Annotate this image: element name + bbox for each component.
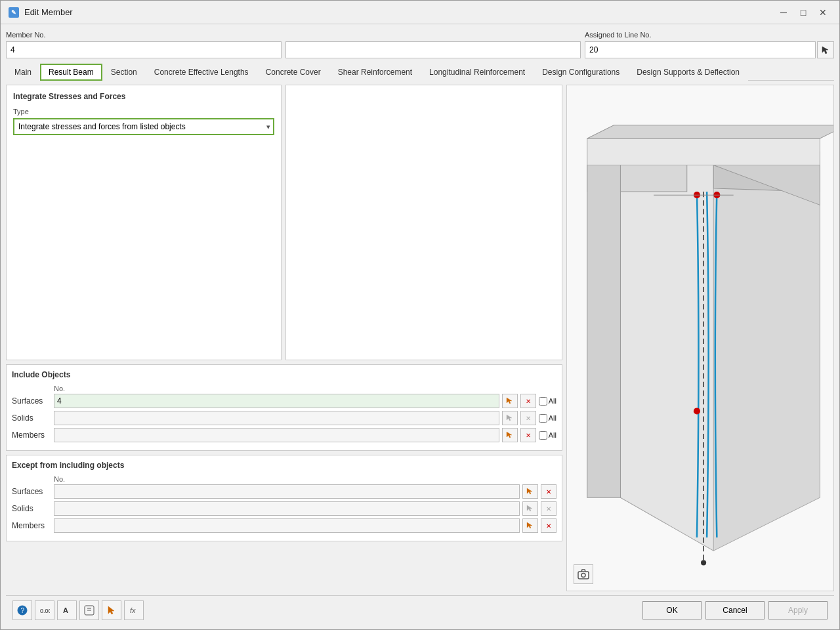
cursor-icon xyxy=(821,45,830,54)
tab-main[interactable]: Main xyxy=(6,64,40,81)
include-solids-cursor-button[interactable] xyxy=(502,411,518,425)
tool-formula-button[interactable]: fx xyxy=(124,600,144,620)
camera-button[interactable] xyxy=(574,564,593,584)
tab-design-configurations[interactable]: Design Configurations xyxy=(534,64,628,81)
include-surfaces-input[interactable] xyxy=(54,394,499,408)
top-fields: Member No. Assigned to Line No. xyxy=(6,30,834,58)
include-solids-label: Solids xyxy=(12,413,51,423)
bottom-tools: ? 0.00 A xyxy=(12,600,144,620)
top-section: Integrate Stresses and Forces Type Integ… xyxy=(6,85,562,360)
tab-concrete-effective-lengths[interactable]: Concrete Effective Lengths xyxy=(146,64,257,81)
include-solids-all-checkbox: All xyxy=(539,414,556,423)
question-icon: ? xyxy=(17,605,28,616)
except-solids-cursor-button[interactable] xyxy=(522,501,538,516)
include-solids-row: Solids ✕ All xyxy=(12,411,556,425)
tool-decimal-button[interactable]: 0.00 xyxy=(35,600,54,620)
assigned-input[interactable] xyxy=(585,41,816,58)
tool-question-button[interactable]: ? xyxy=(12,600,32,620)
except-solids-label: Solids xyxy=(12,504,51,513)
svg-text:fx: fx xyxy=(130,606,136,614)
middle-panel xyxy=(285,85,562,360)
type-label: Type xyxy=(13,108,274,116)
include-solids-input[interactable] xyxy=(54,411,499,425)
assigned-group: Assigned to Line No. xyxy=(585,30,834,58)
include-surfaces-cursor-button[interactable] xyxy=(502,394,518,408)
maximize-button[interactable]: □ xyxy=(795,6,812,19)
3d-preview-svg xyxy=(567,85,833,591)
except-members-input[interactable] xyxy=(54,518,520,533)
include-members-input[interactable] xyxy=(54,428,499,442)
svg-marker-6 xyxy=(587,138,820,165)
except-surfaces-delete-button[interactable]: ✕ xyxy=(541,484,556,499)
tab-design-supports-deflection[interactable]: Design Supports & Deflection xyxy=(628,64,748,81)
integrate-stresses-panel: Integrate Stresses and Forces Type Integ… xyxy=(6,85,282,360)
main-content: Integrate Stresses and Forces Type Integ… xyxy=(6,85,834,591)
edit-member-window: ✎ Edit Member ─ □ ✕ Member No. Assigned … xyxy=(0,0,840,630)
tab-longitudinal-reinforcement[interactable]: Longitudinal Reinforcement xyxy=(421,64,534,81)
ok-button[interactable]: OK xyxy=(642,601,702,620)
tab-concrete-cover[interactable]: Concrete Cover xyxy=(257,64,329,81)
type-select[interactable]: Integrate stresses and forces from liste… xyxy=(13,118,274,135)
except-members-cursor-button[interactable] xyxy=(522,518,538,533)
include-members-delete-button[interactable]: ✕ xyxy=(520,428,536,442)
include-members-label: Members xyxy=(12,430,51,440)
cancel-button[interactable]: Cancel xyxy=(705,601,765,620)
middle-group xyxy=(285,30,581,58)
svg-point-12 xyxy=(701,560,706,565)
cursor-icon xyxy=(526,488,534,495)
include-surfaces-delete-button[interactable]: ✕ xyxy=(520,394,536,408)
include-members-cursor-button[interactable] xyxy=(502,428,518,442)
camera-icon xyxy=(577,568,590,581)
app-icon: ✎ xyxy=(9,7,19,18)
except-surfaces-label: Surfaces xyxy=(12,487,51,496)
tab-shear-reinforcement[interactable]: Shear Reinforcement xyxy=(329,64,421,81)
include-members-row: Members ✕ All xyxy=(12,428,556,442)
except-objects-title: Except from including objects xyxy=(12,461,556,470)
svg-text:?: ? xyxy=(21,607,25,614)
cursor-icon xyxy=(526,505,534,513)
type-select-wrapper: Integrate stresses and forces from liste… xyxy=(13,118,274,135)
title-bar-left: ✎ Edit Member xyxy=(9,7,73,18)
include-members-all-check[interactable] xyxy=(539,431,547,440)
except-members-label: Members xyxy=(12,521,51,530)
member-no-input[interactable] xyxy=(6,41,282,58)
left-panel: Integrate Stresses and Forces Type Integ… xyxy=(6,85,562,591)
include-solids-delete-button[interactable]: ✕ xyxy=(520,411,536,425)
except-solids-delete-button[interactable]: ✕ xyxy=(541,501,556,516)
tool-text-button[interactable]: A xyxy=(57,600,77,620)
content-area: Member No. Assigned to Line No. xyxy=(1,24,839,629)
except-members-delete-button[interactable]: ✕ xyxy=(541,518,556,533)
assigned-picker-button[interactable] xyxy=(817,41,834,58)
svg-text:A: A xyxy=(63,606,68,614)
include-solids-all-check[interactable] xyxy=(539,414,547,423)
assigned-label: Assigned to Line No. xyxy=(585,30,834,40)
include-surfaces-all-check[interactable] xyxy=(539,397,547,406)
except-objects-section: Except from including objects No. Surfac… xyxy=(6,455,562,541)
middle-input[interactable] xyxy=(285,41,581,58)
include-no-label: No. xyxy=(12,385,556,392)
except-surfaces-input[interactable] xyxy=(54,484,520,499)
except-surfaces-row: Surfaces ✕ xyxy=(12,484,556,499)
include-objects-title: Include Objects xyxy=(12,370,556,379)
svg-marker-7 xyxy=(587,125,833,138)
tool-cursor-button[interactable] xyxy=(102,600,121,620)
cursor-icon xyxy=(506,414,514,422)
tab-result-beam[interactable]: Result Beam xyxy=(40,64,102,81)
window-controls: ─ □ ✕ xyxy=(775,6,831,19)
tool-info-button[interactable] xyxy=(79,600,99,620)
cursor-icon xyxy=(506,431,514,439)
include-members-all-checkbox: All xyxy=(539,431,556,440)
svg-marker-1 xyxy=(620,152,713,551)
cursor-icon xyxy=(506,397,514,405)
integrate-stresses-title: Integrate Stresses and Forces xyxy=(13,92,274,101)
close-button[interactable]: ✕ xyxy=(814,6,831,19)
include-objects-section: Include Objects No. Surfaces ✕ xyxy=(6,364,562,451)
tab-section[interactable]: Section xyxy=(102,64,146,81)
minimize-button[interactable]: ─ xyxy=(775,6,792,19)
apply-button[interactable]: Apply xyxy=(768,601,828,620)
except-surfaces-cursor-button[interactable] xyxy=(522,484,538,499)
svg-point-15 xyxy=(581,574,585,578)
except-solids-input[interactable] xyxy=(54,501,520,516)
member-no-label: Member No. xyxy=(6,30,282,40)
formula-icon: fx xyxy=(129,605,139,616)
